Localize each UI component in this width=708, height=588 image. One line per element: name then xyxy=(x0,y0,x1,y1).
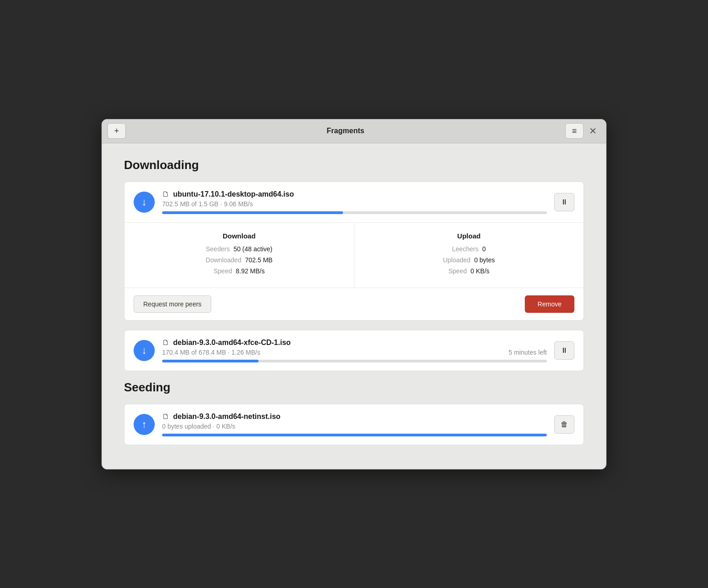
downloading-section: Downloading 🗋 ubuntu-17.10.1-desktop-amd… xyxy=(124,158,584,371)
download-col-title: Download xyxy=(137,232,341,240)
leechers-row: Leechers 0 xyxy=(367,245,571,253)
down-arrow-icon xyxy=(142,196,147,208)
downloaded-label: Downloaded xyxy=(206,256,242,264)
upload-col-title: Upload xyxy=(367,232,571,240)
request-peers-button[interactable]: Request more peers xyxy=(134,295,211,313)
delete-button-debian-netinst[interactable] xyxy=(554,415,574,434)
file-icon-ubuntu: 🗋 xyxy=(162,190,169,198)
pause-icon-ubuntu xyxy=(561,198,568,206)
pause-button-ubuntu[interactable] xyxy=(554,193,574,211)
close-button[interactable]: ✕ xyxy=(585,124,601,138)
trash-icon-debian-netinst xyxy=(561,420,568,429)
progress-bar-bg-debian-netinst xyxy=(162,434,547,436)
remove-button-ubuntu[interactable]: Remove xyxy=(525,295,574,313)
progress-bar-fill-ubuntu xyxy=(162,211,343,214)
torrent-info-debian-netinst: 🗋 debian-9.3.0-amd64-netinst.iso 0 bytes… xyxy=(162,413,547,436)
download-icon-debian-xfce xyxy=(134,340,155,361)
torrent-details-ubuntu: Download Seeders 50 (48 active) Download… xyxy=(124,222,584,288)
torrent-info-ubuntu: 🗋 ubuntu-17.10.1-desktop-amd64.iso 702.5… xyxy=(162,190,547,214)
seeders-row: Seeders 50 (48 active) xyxy=(137,245,341,253)
torrent-meta-debian-xfce: 170.4 MB of 678.4 MB · 1.26 MB/s 5 minut… xyxy=(162,349,547,356)
uploaded-row: Uploaded 0 bytes xyxy=(367,256,571,264)
downloaded-row: Downloaded 702.5 MB xyxy=(137,256,341,264)
app-window: + Fragments ≡ ✕ Downloading 🗋 ubunt xyxy=(101,119,607,469)
leechers-value: 0 xyxy=(482,245,486,253)
torrent-card-ubuntu: 🗋 ubuntu-17.10.1-desktop-amd64.iso 702.5… xyxy=(124,181,584,321)
torrent-actions-ubuntu: Request more peers Remove xyxy=(124,288,584,320)
window-title: Fragments xyxy=(327,127,365,135)
titlebar-right-controls: ≡ ✕ xyxy=(565,123,601,139)
uploaded-value: 0 bytes xyxy=(474,256,495,264)
download-speed-value: 8.92 MB/s xyxy=(236,267,264,275)
torrent-header-debian-netinst: 🗋 debian-9.3.0-amd64-netinst.iso 0 bytes… xyxy=(124,404,584,445)
progress-bar-bg-debian-xfce xyxy=(162,360,547,362)
upload-icon-debian-netinst xyxy=(134,414,155,435)
download-speed-label: Speed xyxy=(214,267,232,275)
torrent-meta-debian-netinst: 0 bytes uploaded · 0 KB/s xyxy=(162,423,547,430)
upload-speed-row: Speed 0 KB/s xyxy=(367,267,571,275)
torrent-name-ubuntu: ubuntu-17.10.1-desktop-amd64.iso xyxy=(173,190,294,198)
upload-speed-value: 0 KB/s xyxy=(471,267,489,275)
up-arrow-icon xyxy=(142,418,147,430)
download-details-col: Download Seeders 50 (48 active) Download… xyxy=(124,223,354,288)
torrent-card-debian-xfce: 🗋 debian-9.3.0-amd64-xfce-CD-1.iso 170.4… xyxy=(124,330,584,371)
progress-bar-bg-ubuntu xyxy=(162,211,547,214)
downloading-title: Downloading xyxy=(124,158,584,172)
torrent-meta-ubuntu: 702.5 MB of 1.5 GB · 9.06 MB/s xyxy=(162,200,547,208)
torrent-name-debian-xfce: debian-9.3.0-amd64-xfce-CD-1.iso xyxy=(173,339,291,347)
file-icon-debian-netinst: 🗋 xyxy=(162,413,169,421)
uploaded-label: Uploaded xyxy=(443,256,471,264)
seeders-value: 50 (48 active) xyxy=(233,245,272,253)
torrent-info-debian-xfce: 🗋 debian-9.3.0-amd64-xfce-CD-1.iso 170.4… xyxy=(162,339,547,362)
torrent-header-debian-xfce: 🗋 debian-9.3.0-amd64-xfce-CD-1.iso 170.4… xyxy=(124,330,584,371)
seeding-title: Seeding xyxy=(124,380,584,395)
progress-bar-fill-debian-xfce xyxy=(162,360,258,362)
leechers-label: Leechers xyxy=(452,245,479,253)
menu-button[interactable]: ≡ xyxy=(565,123,584,139)
upload-details-col: Upload Leechers 0 Uploaded 0 bytes Speed… xyxy=(354,223,584,288)
titlebar: + Fragments ≡ ✕ xyxy=(102,119,606,143)
progress-bar-fill-debian-netinst xyxy=(162,434,547,436)
seeders-label: Seeders xyxy=(206,245,230,253)
download-icon-ubuntu xyxy=(134,192,155,213)
torrent-header-ubuntu: 🗋 ubuntu-17.10.1-desktop-amd64.iso 702.5… xyxy=(124,182,584,222)
download-speed-row: Speed 8.92 MB/s xyxy=(137,267,341,275)
time-left-debian-xfce: 5 minutes left xyxy=(509,349,547,356)
downloaded-value: 702.5 MB xyxy=(245,256,273,264)
pause-button-debian-xfce[interactable] xyxy=(554,341,574,360)
torrent-name-row-debian-xfce: 🗋 debian-9.3.0-amd64-xfce-CD-1.iso xyxy=(162,339,547,347)
add-button[interactable]: + xyxy=(107,123,126,139)
torrent-card-debian-netinst: 🗋 debian-9.3.0-amd64-netinst.iso 0 bytes… xyxy=(124,404,584,445)
down-arrow-icon-xfce xyxy=(142,345,147,356)
pause-icon-debian-xfce xyxy=(561,346,568,355)
torrent-name-row-debian-netinst: 🗋 debian-9.3.0-amd64-netinst.iso xyxy=(162,413,547,421)
torrent-meta-text-debian-xfce: 170.4 MB of 678.4 MB · 1.26 MB/s xyxy=(162,349,260,356)
upload-speed-label: Speed xyxy=(448,267,466,275)
main-content: Downloading 🗋 ubuntu-17.10.1-desktop-amd… xyxy=(102,143,606,469)
torrent-name-row-ubuntu: 🗋 ubuntu-17.10.1-desktop-amd64.iso xyxy=(162,190,547,198)
seeding-section: Seeding 🗋 debian-9.3.0-amd64-netinst.iso… xyxy=(124,380,584,445)
torrent-name-debian-netinst: debian-9.3.0-amd64-netinst.iso xyxy=(173,413,281,421)
file-icon-debian-xfce: 🗋 xyxy=(162,339,169,347)
